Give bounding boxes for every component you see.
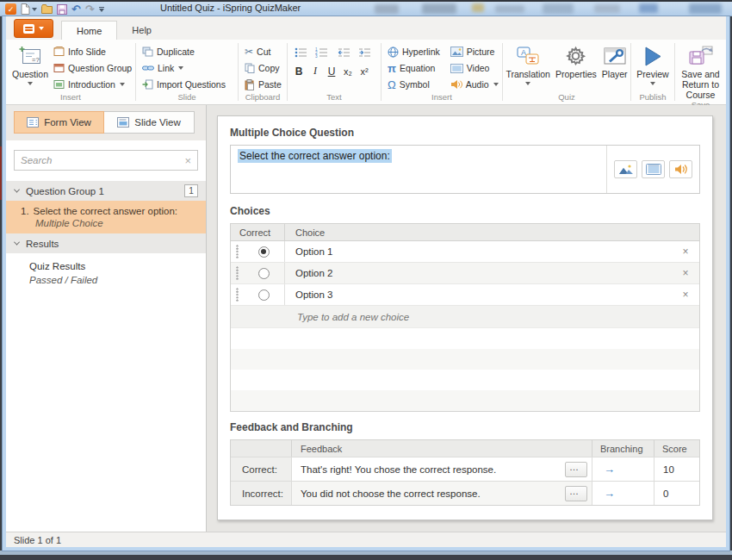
tree-item-question-selected[interactable]: 1. Select the correct answer option: Mul… (6, 201, 206, 233)
underline-button[interactable]: U (327, 65, 336, 78)
tab-home[interactable]: Home (61, 21, 117, 40)
feedback-text-cell[interactable]: That's right! You chose the correct resp… (291, 457, 592, 481)
delete-choice-icon[interactable] (672, 289, 699, 301)
search-box (14, 150, 198, 171)
branching-cell[interactable] (592, 482, 654, 505)
add-choice-placeholder: Type to add a new choice (297, 312, 409, 322)
cut-button[interactable]: Cut (242, 44, 284, 59)
correct-radio[interactable] (258, 268, 270, 279)
drag-handle-icon[interactable] (231, 288, 243, 302)
question-icon: =? (19, 44, 42, 68)
slide-view-tab[interactable]: Slide View (104, 111, 195, 134)
chevron-down-icon (525, 82, 530, 85)
paste-icon (245, 79, 255, 90)
equation-button[interactable]: Equation (385, 60, 443, 76)
picture-button[interactable]: Picture (448, 44, 501, 59)
increase-indent-icon[interactable] (358, 46, 371, 61)
player-button[interactable]: Player (599, 42, 630, 80)
introduction-button[interactable]: Introduction (51, 77, 134, 92)
save-and-return-button[interactable]: Save and Return to Course (679, 42, 723, 100)
open-folder-icon[interactable] (41, 3, 53, 15)
tab-help[interactable]: Help (117, 21, 166, 40)
window-title: Untitled Quiz - iSpring QuizMaker (160, 3, 301, 13)
save-icon[interactable] (57, 3, 67, 15)
chevron-down-icon (178, 66, 183, 70)
form-view-icon (27, 117, 39, 128)
hyperlink-button[interactable]: Hyperlink (385, 44, 443, 59)
form-view-tab[interactable]: Form View (14, 111, 104, 134)
properties-button[interactable]: Properties (553, 42, 599, 80)
ispring-logo-icon (23, 24, 34, 34)
subscript-button[interactable]: x₂ (344, 66, 352, 77)
redo-icon[interactable] (85, 3, 95, 15)
choice-text[interactable]: Option 2 (285, 268, 672, 278)
choice-text[interactable]: Option 3 (285, 289, 672, 300)
delete-choice-icon[interactable] (672, 267, 699, 279)
workspace: Form View Slide View Question Group 1 1 (6, 105, 726, 532)
qat-customize-icon[interactable] (99, 3, 104, 15)
question-button[interactable]: =? Question (9, 42, 51, 85)
edit-feedback-button[interactable] (565, 462, 587, 477)
score-cell[interactable]: 0 (654, 482, 699, 505)
italic-button[interactable]: I (311, 65, 319, 78)
decrease-indent-icon[interactable] (338, 46, 350, 61)
numbered-list-icon[interactable]: 123 (315, 46, 328, 61)
question-heading: Multiple Choice Question (230, 127, 700, 139)
translation-button[interactable]: A Translation (503, 42, 553, 85)
bullet-list-icon[interactable] (295, 46, 307, 61)
new-document-icon[interactable] (21, 3, 37, 15)
add-audio-button[interactable] (669, 160, 692, 178)
feedback-row-label: Incorrect: (231, 482, 291, 505)
bold-button[interactable]: B (295, 65, 303, 78)
ribbon-group-clipboard: Cut Copy Paste Clipboard (239, 40, 287, 104)
choice-row: Option 2 (231, 263, 699, 284)
drag-handle-icon[interactable] (231, 245, 243, 258)
tree-results-header[interactable]: Results (6, 233, 206, 253)
feedback-row-incorrect: Incorrect: You did not choose the correc… (231, 481, 699, 505)
edit-feedback-button[interactable] (565, 486, 587, 501)
choice-row: Option 1 (231, 241, 699, 263)
feedback-text-cell[interactable]: You did not choose the correct response. (291, 482, 592, 505)
question-group-button[interactable]: Question Group (51, 60, 134, 76)
tree-item-quiz-results[interactable]: Quiz Results (6, 253, 206, 273)
search-input[interactable] (21, 155, 184, 165)
question-title: Select the correct answer option: (34, 206, 177, 216)
hyperlink-icon (388, 47, 399, 58)
choice-text[interactable]: Option 1 (285, 246, 672, 257)
ribbon-group-quiz: A Translation Properties Player (503, 40, 630, 104)
slide-view-icon (117, 117, 129, 128)
add-choice-row[interactable]: Type to add a new choice (231, 306, 699, 328)
link-button[interactable]: Link (140, 60, 228, 76)
ribbon: =? Question Info Slide Question Group (6, 40, 726, 105)
copy-button[interactable]: Copy (242, 60, 284, 76)
paste-button[interactable]: Paste (242, 77, 284, 92)
ribbon-group-slide: Duplicate Link Import Questions Slide (136, 40, 238, 104)
picture-icon (450, 47, 463, 57)
question-text-box[interactable]: Select the correct answer option: (230, 145, 700, 194)
correct-radio[interactable] (258, 289, 270, 301)
branching-cell[interactable] (592, 457, 654, 481)
video-button[interactable]: Video (448, 60, 501, 76)
drag-handle-icon[interactable] (231, 266, 243, 280)
question-text-area[interactable]: Select the correct answer option: (231, 146, 606, 193)
add-picture-button[interactable] (614, 160, 637, 178)
info-slide-button[interactable]: Info Slide (51, 44, 134, 59)
symbol-button[interactable]: Symbol (385, 77, 443, 92)
import-questions-button[interactable]: Import Questions (140, 77, 228, 92)
svg-text:3: 3 (315, 54, 318, 58)
question-media-toolbar (606, 146, 699, 193)
duplicate-button[interactable]: Duplicate (140, 44, 228, 59)
audio-button[interactable]: Audio (448, 77, 501, 92)
application-menu-button[interactable] (14, 19, 53, 38)
score-cell[interactable]: 10 (654, 457, 699, 481)
slide-counter: Slide 1 of 1 (14, 535, 61, 545)
superscript-button[interactable]: x² (360, 66, 369, 77)
correct-radio[interactable] (258, 246, 270, 258)
preview-button[interactable]: Preview (634, 42, 671, 85)
app-icon[interactable] (5, 3, 16, 15)
search-clear-icon[interactable] (184, 155, 191, 166)
tree-group-header[interactable]: Question Group 1 1 (6, 181, 206, 201)
add-video-button[interactable] (642, 160, 665, 178)
undo-icon[interactable] (71, 3, 81, 15)
delete-choice-icon[interactable] (672, 246, 699, 258)
